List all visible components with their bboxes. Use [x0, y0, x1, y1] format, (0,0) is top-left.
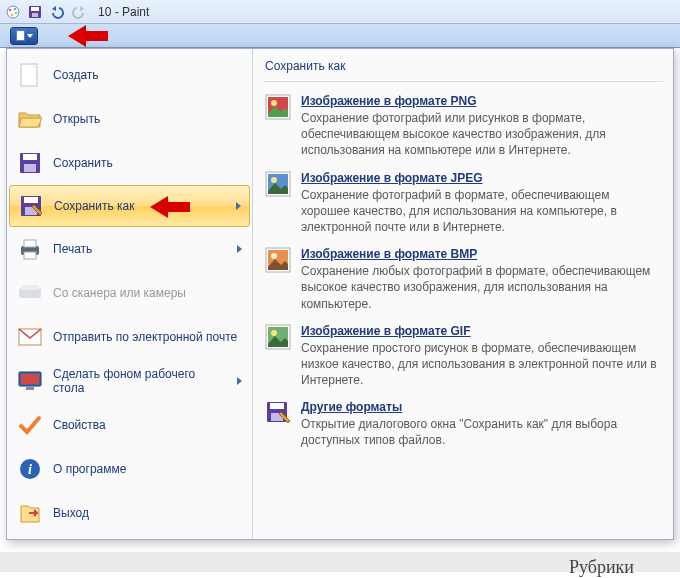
- svg-text:i: i: [28, 462, 32, 477]
- submenu-header: Сохранить как: [263, 55, 663, 82]
- svg-rect-6: [31, 7, 39, 11]
- menu-item-email[interactable]: Отправить по электронной почте: [7, 315, 252, 359]
- svg-point-2: [14, 7, 17, 10]
- window-title: 10 - Paint: [98, 5, 149, 19]
- menu-item-open[interactable]: Открыть: [7, 97, 252, 141]
- desktop-icon: [17, 368, 43, 394]
- exit-icon: [17, 500, 43, 526]
- svg-rect-22: [21, 374, 39, 384]
- window-titlebar: 10 - Paint: [0, 0, 680, 24]
- gif-format-icon: [265, 324, 291, 350]
- menu-label: Сохранить как: [54, 199, 134, 213]
- printer-icon: [17, 236, 43, 262]
- svg-rect-17: [24, 252, 36, 259]
- qat-redo-icon[interactable]: [70, 3, 88, 21]
- bmp-format-icon: [265, 247, 291, 273]
- save-as-submenu: Сохранить как Изображение в формате PNG …: [253, 49, 673, 539]
- file-menu-button[interactable]: [10, 27, 38, 45]
- format-title: Другие форматы: [301, 400, 661, 414]
- submenu-arrow-icon: [236, 202, 241, 210]
- menu-label: Сохранить: [53, 156, 113, 170]
- save-icon: [17, 150, 43, 176]
- format-option-other[interactable]: Другие форматы Открытие диалогового окна…: [263, 394, 663, 454]
- menu-item-save[interactable]: Сохранить: [7, 141, 252, 185]
- checkmark-icon: [17, 412, 43, 438]
- format-option-jpeg[interactable]: Изображение в формате JPEG Сохранение фо…: [263, 165, 663, 242]
- svg-rect-11: [24, 164, 36, 172]
- menu-label: Отправить по электронной почте: [53, 330, 237, 344]
- format-option-png[interactable]: Изображение в формате PNG Сохранение фот…: [263, 88, 663, 165]
- menu-item-exit[interactable]: Выход: [7, 491, 252, 535]
- format-option-bmp[interactable]: Изображение в формате BMP Сохранение люб…: [263, 241, 663, 318]
- menu-item-wallpaper[interactable]: Сделать фоном рабочего стола: [7, 359, 252, 403]
- format-description: Сохранение простого рисунок в формате, о…: [301, 340, 661, 389]
- format-description: Сохранение любых фотографий в формате, о…: [301, 263, 661, 312]
- menu-label: Печать: [53, 242, 92, 256]
- format-title: Изображение в формате PNG: [301, 94, 661, 108]
- svg-point-0: [7, 6, 19, 18]
- menu-item-save-as[interactable]: Сохранить как: [9, 185, 250, 227]
- qat-undo-icon[interactable]: [48, 3, 66, 21]
- submenu-arrow-icon: [237, 377, 242, 385]
- open-folder-icon: [17, 106, 43, 132]
- svg-point-31: [271, 177, 277, 183]
- png-format-icon: [265, 94, 291, 120]
- new-file-icon: [17, 62, 43, 88]
- ribbon-bar: [0, 24, 680, 48]
- menu-label: Открыть: [53, 112, 100, 126]
- svg-point-4: [11, 13, 14, 16]
- jpeg-format-icon: [265, 171, 291, 197]
- svg-rect-10: [23, 154, 37, 160]
- annotation-arrow: [150, 196, 190, 218]
- qat-save-icon[interactable]: [26, 3, 44, 21]
- menu-label: Создать: [53, 68, 99, 82]
- annotation-arrow: [68, 25, 108, 47]
- menu-label: Сделать фоном рабочего стола: [53, 367, 227, 395]
- scanner-icon: [17, 280, 43, 306]
- file-menu-left-column: Создать Открыть Сохранить Сохранить как: [7, 49, 253, 539]
- format-description: Открытие диалогового окна "Сохранить как…: [301, 416, 661, 448]
- format-option-gif[interactable]: Изображение в формате GIF Сохранение про…: [263, 318, 663, 395]
- menu-item-about[interactable]: i О программе: [7, 447, 252, 491]
- menu-item-create[interactable]: Создать: [7, 53, 252, 97]
- svg-rect-19: [21, 285, 39, 290]
- page-heading-rubriki: Рубрики: [569, 557, 634, 578]
- dropdown-arrow-icon: [27, 34, 33, 38]
- svg-point-3: [15, 11, 18, 14]
- document-icon: [16, 30, 25, 41]
- menu-label: Со сканера или камеры: [53, 286, 186, 300]
- svg-point-1: [9, 8, 12, 11]
- svg-rect-23: [26, 387, 34, 390]
- submenu-arrow-icon: [237, 245, 242, 253]
- svg-rect-39: [270, 403, 284, 409]
- svg-rect-13: [24, 197, 38, 203]
- format-description: Сохранение фотографий или рисунков в фор…: [301, 110, 661, 159]
- save-as-dialog-icon: [265, 400, 291, 426]
- format-title: Изображение в формате GIF: [301, 324, 661, 338]
- menu-item-print[interactable]: Печать: [7, 227, 252, 271]
- menu-label: Свойства: [53, 418, 106, 432]
- svg-point-28: [271, 100, 277, 106]
- email-icon: [17, 324, 43, 350]
- menu-item-properties[interactable]: Свойства: [7, 403, 252, 447]
- format-description: Сохранение фотографий в формате, обеспеч…: [301, 187, 661, 236]
- format-title: Изображение в формате JPEG: [301, 171, 661, 185]
- menu-label: О программе: [53, 462, 126, 476]
- menu-label: Выход: [53, 506, 89, 520]
- paint-app-icon: [4, 3, 22, 21]
- menu-item-scanner: Со сканера или камеры: [7, 271, 252, 315]
- save-as-icon: [18, 193, 44, 219]
- file-menu-dropdown: Создать Открыть Сохранить Сохранить как: [6, 48, 674, 540]
- svg-point-34: [271, 253, 277, 259]
- svg-rect-16: [24, 240, 36, 247]
- format-title: Изображение в формате BMP: [301, 247, 661, 261]
- svg-rect-7: [32, 13, 38, 17]
- info-icon: i: [17, 456, 43, 482]
- svg-point-37: [271, 330, 277, 336]
